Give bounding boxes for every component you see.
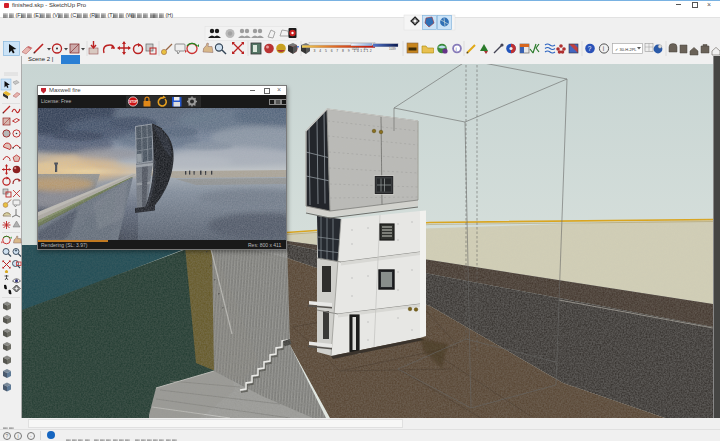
svg-text:?: ? [588, 45, 592, 52]
svg-text:STOP: STOP [129, 100, 137, 104]
svg-text:1039: 1039 [389, 47, 396, 51]
svg-text:i: i [456, 46, 457, 52]
svg-text:6+: 6+ [364, 47, 368, 51]
svg-text:i: i [603, 45, 604, 52]
svg-text:1 2 3 4 5 6 7 8 9 101112: 1 2 3 4 5 6 7 8 9 101112 [302, 49, 373, 53]
svg-text:0543: 0543 [352, 47, 359, 51]
svg-text:✓ 30-H-2PL: ✓ 30-H-2PL [615, 47, 637, 52]
